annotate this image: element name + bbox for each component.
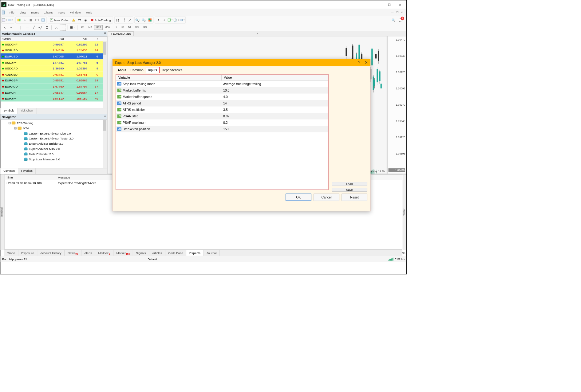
timeframe-MN[interactable]: MN [141, 25, 148, 30]
symbol-row-EURAUD[interactable]: ◆ EURAUD1.677601.6779737 [0, 84, 107, 90]
symbol-row-EURUSD[interactable]: ◆ EURUSD1.070051.070116 [0, 53, 107, 60]
templates-button[interactable]: ▼ [179, 17, 185, 23]
navigator-close-icon[interactable]: × [104, 114, 106, 118]
minimize-button[interactable]: — [373, 0, 384, 9]
input-row[interactable]: 123Breakeven position150 [116, 126, 328, 132]
ok-button[interactable]: OK [286, 194, 311, 201]
input-row[interactable]: VaPSAR maximum0.2 [116, 120, 328, 126]
terminal-tab-mailbox[interactable]: Mailbox6 [95, 250, 113, 256]
nav-ea-item[interactable]: Stop Loss Manager 2.0 [2, 157, 105, 162]
candle-chart-button[interactable]: ╽╿ [121, 17, 127, 23]
input-row[interactable]: VaPSAR step0.02 [116, 113, 328, 120]
market-watch-scrollbar[interactable] [103, 41, 107, 108]
close-button[interactable]: ✕ [395, 0, 405, 9]
terminal-tab-account-history[interactable]: Account History [37, 250, 65, 256]
terminal-tab-trade[interactable]: Trade [4, 250, 18, 256]
menu-charts[interactable]: Charts [41, 10, 55, 15]
input-row[interactable]: 123ATRS period14 [116, 100, 328, 107]
cancel-button[interactable]: Cancel [314, 194, 339, 201]
timeframe-M15[interactable]: M15 [94, 25, 103, 30]
nav-ea-item[interactable]: Custom Expert Advisor Tester 2.0 [2, 136, 105, 141]
navigator-scrollbar[interactable] [103, 120, 107, 168]
dialog-tab-inputs[interactable]: Inputs [146, 67, 160, 73]
symbol-row-AUDUSD[interactable]: ◆ AUDUSD0.637810.637810 [0, 71, 107, 77]
channel-tool[interactable]: ≡╱ [37, 24, 43, 30]
new-order-button[interactable]: +New Order [48, 17, 71, 23]
save-button[interactable]: Save [332, 188, 367, 192]
menu-insert[interactable]: Insert [29, 10, 41, 15]
timeframe-H4[interactable]: H4 [119, 25, 126, 30]
tab-tick-chart[interactable]: Tick Chart [18, 108, 36, 114]
dialog-tab-dependencies[interactable]: Dependencies [160, 67, 184, 73]
dialog-tab-about[interactable]: About [116, 67, 128, 73]
nav-folder[interactable]: ⊟FEA Trading [2, 120, 105, 126]
mdi-minimize-icon[interactable]: — [391, 11, 394, 14]
text-tool[interactable]: A [53, 24, 60, 30]
menu-help[interactable]: Help [83, 10, 95, 15]
arrange-button[interactable] [147, 17, 153, 23]
crosshair-tool[interactable]: + [8, 24, 14, 30]
terminal-tab-code-base[interactable]: Code Base [165, 250, 186, 256]
vline-tool[interactable]: │ [18, 24, 24, 30]
terminal-tab-news[interactable]: News99 [65, 250, 81, 256]
symbol-row-USDJPY[interactable]: ◆ USDJPY147.781147.7865 [0, 59, 107, 65]
label-tool[interactable]: T [60, 24, 66, 30]
shift-button[interactable]: ⤒ [155, 17, 161, 23]
chart-tab[interactable]: ◂ EURUSD,M15 [108, 31, 134, 36]
tester-side-label[interactable]: Tester [403, 174, 406, 250]
input-row[interactable]: VaMarket buffer fix10.0 [116, 87, 328, 94]
reset-button[interactable]: Reset [342, 194, 367, 201]
terminal-tab-experts[interactable]: Experts [186, 250, 204, 256]
periods-button[interactable]: 🕒▼ [173, 17, 180, 23]
bar-chart-button[interactable]: ⫿⫿ [115, 17, 121, 23]
navigator-toggle[interactable] [28, 17, 34, 23]
cursor-tool[interactable]: ↖ [2, 24, 8, 30]
terminal-tab-journal[interactable]: Journal [204, 250, 219, 256]
market-watch-close-icon[interactable]: × [104, 31, 106, 35]
options-button[interactable]: 🗔 [77, 17, 83, 23]
menu-view[interactable]: View [17, 10, 29, 15]
data-window-toggle[interactable]: ✦ [22, 17, 28, 23]
market-watch-toggle[interactable] [16, 17, 22, 23]
meta-editor-button[interactable] [70, 17, 77, 23]
fib-tool[interactable]: ≣ [44, 24, 50, 30]
hline-tool[interactable]: — [24, 24, 30, 30]
input-row[interactable]: VaMarket buffer spread4.0 [116, 94, 328, 100]
dialog-close-icon[interactable]: ✕ [365, 60, 368, 65]
symbol-row-EURCHF[interactable]: ◆ EURCHF0.955470.9556417 [0, 89, 107, 96]
objects-button[interactable]: ☰▼ [69, 24, 76, 30]
timeframe-M30[interactable]: M30 [103, 25, 112, 30]
zoom-out-button[interactable]: 🔍- [141, 17, 147, 23]
indicators-button[interactable]: +▼ [167, 17, 173, 23]
nav-folder[interactable]: ⊟MT4 [2, 126, 105, 131]
new-chart-button[interactable]: +▼ [2, 17, 8, 23]
input-row[interactable]: VaATRS multiplier3.5 [116, 107, 328, 113]
nav-ea-item[interactable]: Meta Extender 2.0 [2, 151, 105, 157]
symbol-row-GBPUSD[interactable]: ◆ GBPUSD1.246191.2463314 [0, 47, 107, 53]
nav-ea-item[interactable]: Custom Expert Advisor Live 2.0 [2, 131, 105, 136]
maximize-button[interactable]: ☐ [384, 0, 395, 9]
input-row[interactable]: 123Stop loss trailing modeAverage true r… [116, 81, 328, 87]
symbol-row-EURGBP[interactable]: ◆ EURGBP0.858510.8586514 [0, 77, 107, 84]
timeframe-H1[interactable]: H1 [112, 25, 119, 30]
profiles-button[interactable]: ▼ [8, 17, 14, 23]
terminal-toggle[interactable] [34, 17, 40, 23]
symbol-row-USDCHF[interactable]: ◆ USDCHF0.892870.8929912 [0, 41, 107, 47]
mdi-restore-icon[interactable]: ❐ [396, 11, 398, 14]
tab-favorites[interactable]: Favorites [18, 168, 36, 174]
timeframe-M1[interactable]: M1 [79, 25, 86, 30]
timeframe-W1[interactable]: W1 [133, 25, 141, 30]
dialog-tab-common[interactable]: Common [128, 67, 146, 73]
menu-file[interactable]: File [7, 10, 17, 15]
notifications-button[interactable]: 💬1 [398, 17, 404, 23]
terminal-tab-signals[interactable]: Signals [133, 250, 149, 256]
dialog-help-icon[interactable]: ? [358, 60, 360, 65]
symbol-row-EURJPY[interactable]: ◆ EURJPY158.110158.15949 [0, 96, 107, 102]
menu-window[interactable]: Window [68, 10, 84, 15]
tab-symbols[interactable]: Symbols [0, 108, 17, 114]
nav-ea-item[interactable]: Expert Advisor Builder 2.0 [2, 141, 105, 146]
symbol-row-USDCAD[interactable]: ◆ USDCAD1.363901.363988 [0, 65, 107, 72]
terminal-tab-alerts[interactable]: Alerts [81, 250, 95, 256]
timeframe-M5[interactable]: M5 [87, 25, 94, 30]
terminal-side-label[interactable]: Terminal [0, 174, 4, 250]
